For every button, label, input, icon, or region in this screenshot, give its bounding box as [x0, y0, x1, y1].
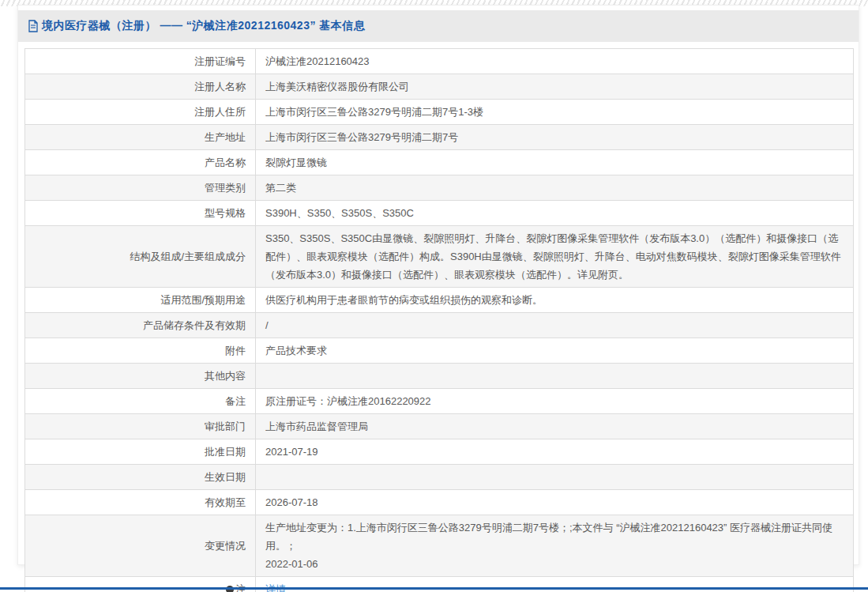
document-icon [28, 20, 39, 32]
row-label: 变更情况 [25, 515, 256, 577]
table-row: 批准日期2021-07-19 [25, 439, 854, 465]
row-label: 注册人名称 [25, 74, 256, 100]
row-value: 供医疗机构用于患者眼前节的病变或组织损伤的观察和诊断。 [256, 288, 854, 313]
row-label: 备注 [25, 389, 256, 414]
table-row: 产品储存条件及有效期/ [25, 313, 854, 338]
row-value: 上海市闵行区三鲁公路3279号明浦二期7号 [256, 125, 854, 150]
table-row: 注册证编号沪械注准20212160423 [25, 49, 854, 74]
table-row: 有效期至2026-07-18 [25, 490, 854, 515]
row-value [256, 465, 854, 490]
row-label: 生效日期 [25, 465, 256, 490]
table-row: 生效日期 [25, 465, 854, 490]
page-title: 境内医疗器械（注册） —— “沪械注准20212160423” 基本信息 [42, 19, 365, 33]
registration-info-table: 注册证编号沪械注准20212160423注册人名称上海美沃精密仪器股份有限公司注… [24, 48, 854, 592]
row-label: 附件 [25, 338, 256, 364]
table-row: 管理类别第二类 [25, 175, 854, 201]
row-label: 其他内容 [25, 364, 256, 389]
row-value: 详情 [256, 577, 854, 592]
row-value: 第二类 [256, 175, 854, 201]
row-value: 生产地址变更为：1.上海市闵行区三鲁公路3279号明浦二期7号楼；;本文件与 “… [256, 515, 854, 577]
row-value [256, 364, 854, 389]
table-row: 变更情况生产地址变更为：1.上海市闵行区三鲁公路3279号明浦二期7号楼；;本文… [25, 515, 854, 577]
table-row: 注册人住所上海市闵行区三鲁公路3279号明浦二期7号1-3楼 [25, 100, 854, 125]
registration-table-body: 注册证编号沪械注准20212160423注册人名称上海美沃精密仪器股份有限公司注… [25, 49, 854, 592]
row-value: 产品技术要求 [256, 338, 854, 364]
row-value: 2026-07-18 [256, 490, 854, 515]
row-label: 型号规格 [25, 201, 256, 226]
row-value: 上海市药品监督管理局 [256, 414, 854, 439]
row-label: 注册人住所 [25, 100, 256, 125]
row-label: 批准日期 [25, 439, 256, 465]
row-label: 结构及组成/主要组成成分 [25, 226, 256, 288]
row-label: 审批部门 [25, 414, 256, 439]
row-value: 沪械注准20212160423 [256, 49, 854, 74]
row-label: 注 [25, 577, 256, 592]
table-row: 审批部门上海市药品监督管理局 [25, 414, 854, 439]
row-label: 有效期至 [25, 490, 256, 515]
footer-divider [0, 587, 868, 590]
row-value: 原注册证号：沪械注准20162220922 [256, 389, 854, 414]
row-label: 生产地址 [25, 125, 256, 150]
table-row: 适用范围/预期用途供医疗机构用于患者眼前节的病变或组织损伤的观察和诊断。 [25, 288, 854, 313]
row-label: 注册证编号 [25, 49, 256, 74]
table-row: 注详情 [25, 577, 854, 592]
row-label: 管理类别 [25, 175, 256, 201]
table-row: 其他内容 [25, 364, 854, 389]
table-row: 生产地址上海市闵行区三鲁公路3279号明浦二期7号 [25, 125, 854, 150]
table-row: 结构及组成/主要组成成分S350、S350S、S350C由显微镜、裂隙照明灯、升… [25, 226, 854, 288]
table-row: 附件产品技术要求 [25, 338, 854, 364]
row-value: / [256, 313, 854, 338]
table-row: 注册人名称上海美沃精密仪器股份有限公司 [25, 74, 854, 100]
content-panel: 境内医疗器械（注册） —— “沪械注准20212160423” 基本信息 注册证… [17, 5, 859, 565]
table-row: 产品名称裂隙灯显微镜 [25, 150, 854, 175]
row-value: 2021-07-19 [256, 439, 854, 465]
table-row: 备注原注册证号：沪械注准20162220922 [25, 389, 854, 414]
row-value: 上海市闵行区三鲁公路3279号明浦二期7号1-3楼 [256, 100, 854, 125]
row-value: 裂隙灯显微镜 [256, 150, 854, 175]
row-label: 适用范围/预期用途 [25, 288, 256, 313]
page-header: 境内医疗器械（注册） —— “沪械注准20212160423” 基本信息 [18, 10, 859, 42]
row-value: S350、S350S、S350C由显微镜、裂隙照明灯、升降台、裂隙灯图像采集管理… [256, 226, 854, 288]
row-label: 产品名称 [25, 150, 256, 175]
row-value: S390H、S350、S350S、S350C [256, 201, 854, 226]
row-value: 上海美沃精密仪器股份有限公司 [256, 74, 854, 100]
table-row: 型号规格S390H、S350、S350S、S350C [25, 201, 854, 226]
row-label: 产品储存条件及有效期 [25, 313, 256, 338]
